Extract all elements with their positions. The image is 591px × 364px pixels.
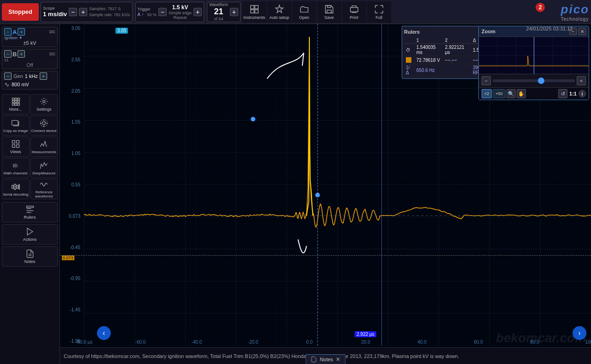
- zoom-x50-button[interactable]: ×50: [493, 89, 505, 98]
- print-button[interactable]: Print: [342, 1, 366, 23]
- svg-rect-22: [12, 145, 15, 148]
- zoom-slider-thumb[interactable]: [538, 78, 544, 84]
- actions-button[interactable]: Actions: [2, 224, 58, 245]
- gen-minus[interactable]: −: [4, 72, 12, 80]
- instruments-button[interactable]: Instruments: [242, 1, 266, 23]
- deep-measure-button[interactable]: DeepMeasure: [30, 158, 58, 178]
- rulers-sidebar-button[interactable]: Rulers: [2, 202, 58, 222]
- svg-rect-4: [327, 5, 331, 7]
- channel-b-plus[interactable]: +: [18, 50, 25, 58]
- auto-setup-button[interactable]: Auto setup: [267, 1, 291, 23]
- notes-tab-label: Notes: [320, 357, 333, 362]
- svg-rect-0: [251, 5, 254, 8]
- channel-a-minus[interactable]: −: [4, 28, 12, 36]
- views-label: Views: [10, 149, 21, 154]
- settings-button[interactable]: Settings: [30, 94, 58, 114]
- svg-rect-17: [12, 120, 18, 125]
- channel-b-block: − B + DC x1 Off: [2, 49, 58, 69]
- zoom-slider[interactable]: [493, 79, 575, 82]
- reference-waveforms-button[interactable]: Reference waveforms: [30, 179, 58, 199]
- stop-button[interactable]: Stopped: [2, 3, 39, 21]
- nav-left-button[interactable]: ‹: [97, 326, 111, 340]
- timebase-plus-button[interactable]: +: [79, 8, 87, 16]
- y-label-6: 0.073: [61, 214, 82, 219]
- gen-plus[interactable]: +: [40, 72, 47, 80]
- svg-rect-28: [18, 185, 19, 189]
- status-text: Courtesy of https://bekomcar.com, Second…: [64, 353, 459, 359]
- timebase-minus-button[interactable]: −: [69, 8, 77, 16]
- waveform-plus-button[interactable]: +: [230, 8, 238, 16]
- pico-logo: pico: [561, 2, 589, 17]
- y-label-4: 1.05: [61, 151, 82, 156]
- channel-a-name: A: [12, 29, 17, 36]
- svg-rect-9: [18, 98, 19, 100]
- zoom-plus-button[interactable]: +: [577, 76, 586, 85]
- svg-rect-26: [14, 184, 15, 190]
- channel-b-tag: x1: [4, 58, 55, 62]
- save-button[interactable]: Save: [317, 1, 341, 23]
- rulers-t2: 2.922121 μs: [443, 44, 471, 56]
- full-button[interactable]: Full: [367, 1, 391, 23]
- measurements-label: Measurements: [32, 150, 56, 154]
- main-area: − A + DC Ignition ✦ ±5 kV − B + DC x1 Of…: [0, 24, 591, 364]
- notes-sidebar-button[interactable]: Notes: [2, 246, 58, 267]
- zoom-reset-button[interactable]: ↺: [558, 89, 567, 98]
- channel-a-coupling: DC: [49, 30, 55, 34]
- channel-b-name: B: [12, 51, 17, 58]
- zoom-ratio: 1:1: [569, 91, 577, 96]
- trigger-minus-button[interactable]: −: [158, 8, 167, 16]
- zoom-mode-buttons: ×2 ×50 🔍 ✋: [482, 89, 526, 98]
- measurements-button[interactable]: Measurements: [30, 137, 58, 157]
- views-button[interactable]: Views: [2, 137, 30, 157]
- gen-freq: 1 kHz: [25, 73, 38, 79]
- timebase-value: 1 ms/div: [43, 11, 67, 18]
- channel-a-plus[interactable]: +: [18, 28, 25, 36]
- sample-rate-label: Sample rate: [89, 12, 112, 17]
- svg-rect-11: [15, 101, 17, 102]
- trigger-plus-button[interactable]: +: [193, 8, 202, 16]
- channel-b-minus[interactable]: −: [4, 50, 12, 58]
- nav-right-button[interactable]: ›: [573, 326, 586, 340]
- more-button[interactable]: More...: [2, 94, 30, 114]
- zoom-footer: ×2 ×50 🔍 ✋ ↺ 1:1 ℹ: [479, 87, 589, 100]
- waveform-sub: of 64: [209, 17, 228, 21]
- logo-area: 2 pico Technology: [561, 2, 589, 22]
- trigger-pct: 50 %: [147, 12, 157, 17]
- samples-value: 7817 S: [108, 6, 121, 11]
- channel-a-value-label: 3.05: [115, 28, 128, 34]
- samples-label: Samples: [89, 6, 105, 11]
- trigger-value: 1.5 kV: [169, 4, 192, 11]
- y-label-10: -1.95: [61, 339, 82, 344]
- trigger-mode: Simple edge: [169, 11, 192, 15]
- math-channels-button[interactable]: Σ Math channels: [2, 158, 30, 178]
- open-button[interactable]: Open: [292, 1, 316, 23]
- zoom-info-button[interactable]: ℹ: [579, 90, 586, 97]
- zoom-canvas[interactable]: [479, 37, 589, 74]
- rulers-v2: −−.−−: [443, 56, 471, 64]
- zoom-panel: Zoom − ✕ − + ×2 ×50: [478, 26, 589, 100]
- notes-tab-close[interactable]: ✕: [336, 356, 340, 363]
- copy-as-image-button[interactable]: Copy as image: [2, 115, 30, 136]
- zoom-minus-button[interactable]: −: [482, 76, 491, 85]
- trigger-label: Trigger: [138, 7, 157, 12]
- notes-tab[interactable]: Notes ✕: [306, 354, 346, 364]
- channel-b-coupling: DC: [49, 52, 55, 56]
- y-label-8: -0.95: [61, 276, 82, 281]
- svg-rect-7: [12, 98, 14, 100]
- rulers-panel-title: Rulers: [404, 29, 420, 35]
- wave-icon: ∿: [4, 81, 10, 88]
- svg-rect-23: [16, 145, 19, 148]
- zoom-hand-icon[interactable]: ✋: [517, 89, 526, 98]
- serial-decoding-button[interactable]: Serial decoding: [2, 179, 30, 199]
- svg-rect-20: [12, 141, 15, 143]
- zoom-x2-button[interactable]: ×2: [482, 89, 492, 98]
- trigger-type: A ↑: [138, 12, 144, 17]
- serial-decoding-label: Serial decoding: [3, 192, 28, 197]
- zoom-magnify-icon[interactable]: 🔍: [507, 89, 516, 98]
- connect-device-label: Connect device: [31, 129, 57, 133]
- channel-a-block: − A + DC Ignition ✦ ±5 kV: [2, 27, 58, 47]
- more-label: More...: [9, 107, 22, 112]
- svg-rect-5: [327, 10, 331, 12]
- connect-device-button[interactable]: Connect device: [30, 115, 58, 136]
- scope-label: Scope: [43, 6, 67, 11]
